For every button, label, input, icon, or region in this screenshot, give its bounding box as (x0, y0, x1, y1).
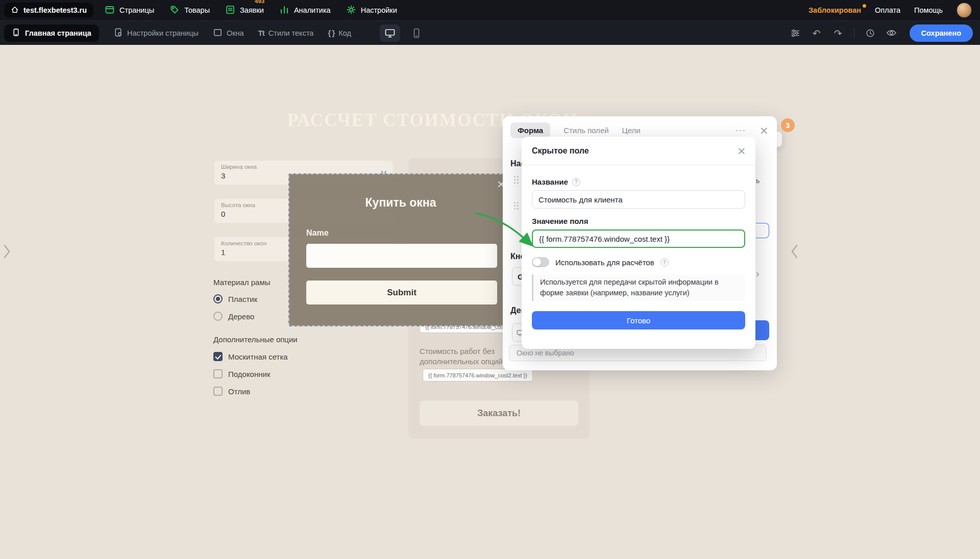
field-value-input[interactable] (532, 230, 745, 248)
nav-pages-label: Страницы (119, 6, 154, 14)
popup-submit-button[interactable]: Submit (306, 281, 497, 304)
radio-plastic[interactable]: Пластик (213, 294, 257, 303)
desktop-view-button[interactable] (380, 24, 400, 42)
nav-pages[interactable]: Страницы (105, 5, 154, 16)
checkbox-windowsill-label: Подоконник (228, 370, 270, 378)
left-edge-chevron-icon[interactable] (2, 244, 11, 261)
page-settings-icon (113, 28, 123, 39)
panel-fragment-blue-button[interactable] (755, 320, 769, 340)
current-page-button[interactable]: Главная страница (4, 24, 99, 42)
cost2-tag[interactable]: {{ form.778757476.window_cost2.text }} (423, 369, 533, 382)
current-page-label: Главная страница (25, 29, 91, 37)
blocked-status[interactable]: Заблокирован (808, 6, 861, 14)
popup-title: Купить окна (289, 196, 512, 210)
help-icon[interactable]: ? (572, 178, 580, 186)
radio-wood-label: Дерево (228, 312, 254, 321)
right-edge-chevron-icon[interactable] (790, 244, 799, 261)
checkbox-drip[interactable]: Отлив (213, 387, 250, 396)
checkbox-mosquito-label: Москитная сетка (228, 352, 288, 361)
toolbar-divider (854, 28, 854, 38)
radio-checked-icon (213, 294, 223, 303)
nav-products[interactable]: Товары (169, 5, 210, 16)
nav-settings-label: Настройки (361, 6, 397, 14)
blocked-dot-icon (863, 4, 866, 8)
pages-icon (105, 5, 115, 16)
help-icon[interactable]: ? (660, 258, 669, 266)
notification-badge[interactable]: 3 (781, 118, 795, 132)
analytics-icon (279, 5, 289, 16)
history-icon[interactable] (862, 24, 879, 42)
calc-toggle[interactable] (532, 257, 549, 267)
panel-fragment-blue-outline[interactable] (756, 223, 769, 238)
nav-leads-label: Заявки (240, 6, 264, 14)
mobile-view-button[interactable] (406, 24, 427, 42)
saved-button[interactable]: Сохранено (910, 24, 973, 42)
windows-label: Окна (227, 29, 244, 37)
top-navigation: Страницы Товары 493 Заявки Аналитика Н (105, 5, 397, 16)
blocked-label: Заблокирован (808, 6, 861, 14)
page-settings-button[interactable]: Настройки страницы (113, 28, 199, 39)
tab-form[interactable]: Форма (510, 122, 550, 138)
tab-goals[interactable]: Цели (622, 126, 641, 135)
field-name-label: Название (532, 177, 568, 186)
popup-name-label: Name (306, 228, 329, 238)
payment-link[interactable]: Оплата (875, 6, 900, 14)
panel-fragment-letter: ь (756, 176, 760, 185)
redo-icon[interactable]: ↷ (829, 24, 847, 42)
nav-settings[interactable]: Настройки (346, 5, 397, 16)
home-icon (11, 6, 19, 15)
page-icon (12, 28, 20, 38)
extras-section-label: Дополнительные опции (213, 335, 298, 344)
radio-wood[interactable]: Дерево (213, 312, 254, 321)
settings-gear-icon (346, 5, 356, 16)
help-link[interactable]: Помощь (914, 6, 943, 14)
radio-unchecked-icon (213, 312, 223, 321)
dialog-title: Скрытое поле (532, 146, 589, 156)
order-button[interactable]: Заказать! (420, 400, 578, 426)
editor-toolbar: Главная страница Настройки страницы Окна… (0, 20, 980, 45)
drag-handle-icon[interactable] (514, 202, 519, 210)
hidden-field-hint: Используется для передачи скрытой информ… (532, 274, 745, 301)
dialog-header: Скрытое поле × (522, 137, 755, 165)
tab-field-styles[interactable]: Стиль полей (564, 126, 608, 135)
site-button[interactable]: test.flexbetest3.ru (4, 3, 93, 18)
checkbox-drip-label: Отлив (228, 387, 250, 396)
panel-menu-icon[interactable]: ··· (736, 125, 746, 136)
leads-icon (225, 5, 235, 16)
drag-handle-icon[interactable] (514, 176, 519, 184)
checkbox-windowsill[interactable]: Подоконник (213, 369, 270, 378)
checkbox-unchecked-icon (213, 369, 223, 378)
material-section-label: Материал рамы (213, 278, 270, 287)
radio-plastic-label: Пластик (228, 295, 257, 303)
user-avatar[interactable] (957, 3, 972, 18)
field-value-label: Значение поля (532, 217, 588, 225)
buy-popup[interactable]: × Купить окна Name Submit (288, 173, 513, 326)
hidden-field-dialog: Скрытое поле × Название ? Значение поля … (522, 137, 755, 349)
checkbox-unchecked-icon (213, 387, 223, 396)
checkbox-checked-icon (213, 352, 223, 361)
nav-analytics[interactable]: Аналитика (279, 5, 331, 16)
code-icon: { } (328, 29, 334, 37)
panel-close-icon[interactable]: × (760, 124, 769, 137)
panel-fragment-chevron-icon[interactable]: › (756, 268, 760, 280)
products-icon (169, 5, 180, 16)
page-settings-label: Настройки страницы (127, 29, 199, 37)
code-label: Код (338, 29, 351, 37)
checkbox-mosquito-net[interactable]: Москитная сетка (213, 352, 288, 361)
preview-eye-icon[interactable] (883, 24, 900, 42)
topbar: test.flexbetest3.ru Страницы Товары 493 … (0, 0, 980, 20)
windows-button[interactable]: Окна (213, 28, 244, 39)
dialog-close-icon[interactable]: × (737, 144, 746, 157)
nav-leads[interactable]: 493 Заявки (225, 5, 264, 16)
done-button[interactable]: Готово (532, 311, 745, 329)
editor-canvas: РАССЧЕТ СТОИМОСТИ ОКОН Ширина окна 3 М В… (0, 45, 980, 559)
text-styles-button[interactable]: Tt Стили текста (258, 29, 314, 37)
field-name-input[interactable] (532, 190, 745, 209)
device-toggle (380, 24, 427, 42)
undo-icon[interactable]: ↶ (808, 24, 825, 42)
dialog-body: Название ? Значение поля Использовать дл… (522, 165, 755, 329)
window-icon (213, 28, 223, 39)
code-button[interactable]: { } Код (328, 29, 351, 37)
tune-icon[interactable] (787, 24, 804, 42)
popup-name-input[interactable] (306, 244, 497, 268)
